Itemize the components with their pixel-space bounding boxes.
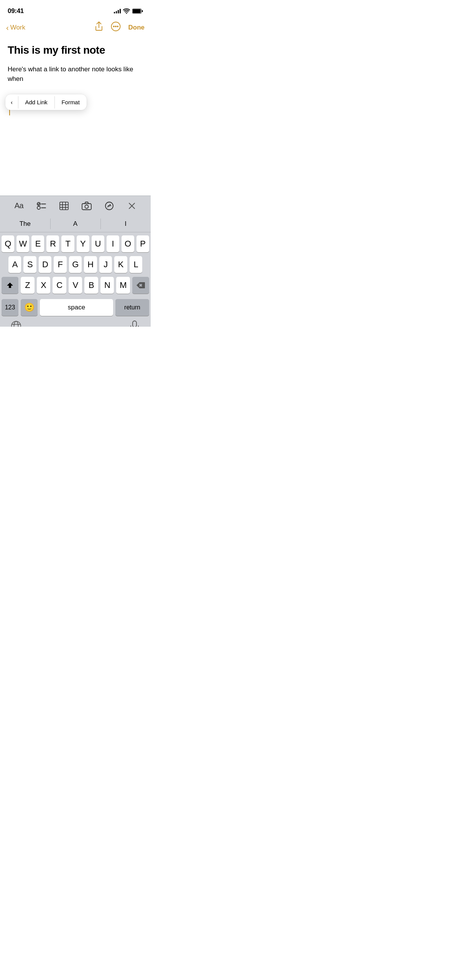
key-l[interactable]: L bbox=[130, 256, 142, 273]
key-o[interactable]: O bbox=[122, 235, 134, 252]
key-k[interactable]: K bbox=[114, 256, 127, 273]
key-c[interactable]: C bbox=[53, 277, 66, 294]
key-i[interactable]: I bbox=[107, 235, 119, 252]
nav-bar: ‹ Work Done bbox=[0, 19, 151, 38]
camera-button[interactable] bbox=[78, 199, 95, 213]
camera-icon bbox=[82, 202, 92, 210]
suggestion-i[interactable]: I bbox=[100, 215, 151, 232]
more-icon[interactable] bbox=[111, 21, 121, 34]
share-icon[interactable] bbox=[95, 21, 103, 34]
key-b[interactable]: B bbox=[84, 277, 98, 294]
status-time: 09:41 bbox=[8, 7, 24, 15]
key-p[interactable]: P bbox=[136, 235, 149, 252]
svg-rect-25 bbox=[133, 321, 136, 327]
format-text-button[interactable]: Aa bbox=[10, 199, 27, 213]
key-v[interactable]: V bbox=[69, 277, 82, 294]
chevron-left-icon: ‹ bbox=[6, 24, 9, 31]
key-q[interactable]: Q bbox=[2, 235, 14, 252]
status-bar: 09:41 bbox=[0, 0, 151, 19]
microphone-icon[interactable] bbox=[126, 320, 143, 327]
key-y[interactable]: Y bbox=[77, 235, 89, 252]
key-t[interactable]: T bbox=[61, 235, 74, 252]
key-a[interactable]: A bbox=[8, 256, 21, 273]
keyboard: The A I Q W E R T Y U I O P A S D F G H … bbox=[0, 215, 151, 327]
globe-icon[interactable] bbox=[8, 320, 25, 327]
note-content: This is my first note Here's what a link… bbox=[0, 38, 151, 116]
key-d[interactable]: D bbox=[39, 256, 51, 273]
svg-point-22 bbox=[14, 321, 18, 327]
context-menu: ‹ Add Link Format bbox=[5, 94, 87, 110]
key-e[interactable]: E bbox=[31, 235, 44, 252]
close-icon bbox=[128, 202, 135, 209]
suggestions-row: The A I bbox=[0, 215, 151, 232]
svg-rect-16 bbox=[82, 204, 91, 210]
key-row-2: A S D F G H J K L bbox=[2, 256, 149, 273]
svg-point-9 bbox=[37, 206, 40, 209]
backspace-key[interactable] bbox=[132, 277, 149, 294]
nav-actions: Done bbox=[95, 21, 145, 34]
svg-point-4 bbox=[113, 26, 114, 27]
battery-icon bbox=[132, 8, 143, 14]
svg-rect-11 bbox=[60, 202, 68, 210]
back-button[interactable]: ‹ Work bbox=[6, 24, 25, 31]
svg-rect-1 bbox=[133, 9, 141, 13]
shift-key[interactable] bbox=[2, 277, 18, 294]
close-button[interactable] bbox=[123, 199, 140, 213]
space-key[interactable]: space bbox=[40, 299, 113, 316]
svg-point-6 bbox=[117, 26, 118, 27]
key-j[interactable]: J bbox=[99, 256, 112, 273]
key-z[interactable]: Z bbox=[21, 277, 35, 294]
emoji-key[interactable]: 🙂 bbox=[21, 299, 38, 316]
context-menu-back-arrow[interactable]: ‹ bbox=[5, 94, 18, 110]
key-n[interactable]: N bbox=[100, 277, 114, 294]
context-menu-add-link[interactable]: Add Link bbox=[18, 94, 54, 110]
numbers-key[interactable]: 123 bbox=[2, 299, 18, 316]
checklist-button[interactable] bbox=[33, 199, 50, 213]
key-u[interactable]: U bbox=[92, 235, 104, 252]
format-aa-icon: Aa bbox=[15, 201, 23, 210]
table-icon bbox=[59, 202, 69, 210]
suggestion-the[interactable]: The bbox=[0, 215, 50, 232]
note-body-text: Here's what a link to another note looks… bbox=[8, 66, 133, 83]
formatting-toolbar: Aa bbox=[0, 196, 151, 215]
key-r[interactable]: R bbox=[46, 235, 59, 252]
wifi-icon bbox=[123, 8, 130, 14]
status-icons bbox=[114, 8, 143, 14]
svg-point-21 bbox=[12, 321, 21, 327]
globe-mic-row bbox=[0, 319, 151, 327]
key-f[interactable]: F bbox=[54, 256, 66, 273]
signal-icon bbox=[114, 9, 121, 13]
svg-point-17 bbox=[85, 205, 88, 208]
key-x[interactable]: X bbox=[37, 277, 51, 294]
back-label: Work bbox=[10, 24, 25, 31]
markup-icon bbox=[105, 202, 113, 210]
note-body[interactable]: Here's what a link to another note looks… bbox=[8, 64, 143, 84]
key-w[interactable]: W bbox=[16, 235, 29, 252]
context-menu-format[interactable]: Format bbox=[54, 94, 87, 110]
suggestion-a[interactable]: A bbox=[50, 215, 100, 232]
done-button[interactable]: Done bbox=[128, 24, 145, 31]
checklist-icon bbox=[37, 202, 46, 210]
key-row-3: Z X C V B N M bbox=[2, 277, 149, 294]
table-button[interactable] bbox=[56, 199, 72, 213]
key-s[interactable]: S bbox=[23, 256, 36, 273]
key-g[interactable]: G bbox=[69, 256, 82, 273]
svg-point-5 bbox=[115, 26, 116, 27]
note-title[interactable]: This is my first note bbox=[8, 44, 143, 57]
svg-rect-2 bbox=[142, 10, 143, 12]
key-row-1: Q W E R T Y U I O P bbox=[2, 235, 149, 252]
return-key[interactable]: return bbox=[115, 299, 149, 316]
keys-area: Q W E R T Y U I O P A S D F G H J K L bbox=[0, 232, 151, 299]
markup-button[interactable] bbox=[101, 199, 118, 213]
key-m[interactable]: M bbox=[116, 277, 130, 294]
key-h[interactable]: H bbox=[84, 256, 97, 273]
bottom-row: 123 🙂 space return bbox=[0, 299, 151, 316]
